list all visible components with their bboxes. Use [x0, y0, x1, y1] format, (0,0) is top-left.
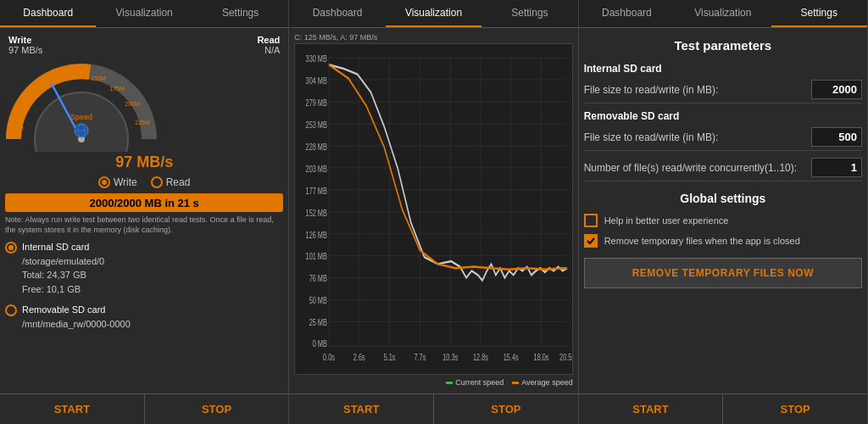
tab-settings-3[interactable]: Settings — [771, 0, 867, 27]
write-value: 97 MB/s — [8, 45, 42, 55]
tab-dashboard-2[interactable]: Dashboard — [289, 0, 385, 27]
tab-bar-2: Dashboard Visualization Settings — [289, 0, 577, 28]
concurrent-row: Number of file(s) read/write concurrentl… — [584, 158, 862, 181]
progress-bar: 2000/2000 MB in 21 s — [5, 193, 283, 212]
svg-text:304 MB: 304 MB — [306, 75, 327, 86]
checkbox-row-1[interactable]: Help in better user experience — [584, 214, 862, 227]
concurrent-label: Number of file(s) read/write concurrentl… — [584, 162, 811, 174]
svg-text:150M: 150M — [91, 75, 106, 81]
internal-filesize-row: File size to read/write (in MB): — [584, 80, 862, 103]
svg-text:50M: 50M — [18, 104, 30, 110]
tab-visualization-1[interactable]: Visualization — [96, 0, 192, 27]
svg-text:279 MB: 279 MB — [306, 97, 327, 108]
svg-text:175M: 175M — [109, 86, 125, 92]
read-label: Read — [257, 35, 280, 45]
removable-filesize-label: File size to read/write (in MB): — [584, 131, 811, 143]
global-settings-title: Global settings — [584, 192, 862, 205]
bottom-buttons-1: START STOP — [0, 393, 288, 424]
bottom-buttons-3: START STOP — [579, 393, 867, 424]
svg-text:101 MB: 101 MB — [306, 251, 327, 262]
checkbox-help[interactable] — [584, 214, 598, 227]
svg-text:75M: 75M — [31, 87, 43, 93]
storage-radio-internal[interactable] — [5, 242, 17, 254]
radio-write-circle[interactable] — [98, 176, 110, 188]
svg-text:0 MB: 0 MB — [313, 338, 327, 349]
speed-readout: 97 MB/s — [5, 153, 283, 171]
removable-filesize-input[interactable] — [811, 127, 862, 147]
svg-text:25M: 25M — [12, 126, 24, 131]
svg-text:15.4s: 15.4s — [504, 351, 519, 362]
svg-text:100M: 100M — [48, 75, 64, 81]
svg-text:177 MB: 177 MB — [306, 185, 327, 196]
removable-filesize-row: File size to read/write (in MB): — [584, 127, 862, 151]
checkmark-icon — [587, 237, 595, 244]
radio-read-circle[interactable] — [151, 176, 163, 188]
svg-text:225M: 225M — [135, 120, 150, 126]
storage-info-internal: Internal SD card /storage/emulated/0 Tot… — [22, 240, 104, 296]
write-label-block: Write 97 MB/s — [8, 35, 42, 55]
panel-settings: Dashboard Visualization Settings Test pa… — [579, 0, 868, 424]
svg-text:18.0s: 18.0s — [534, 351, 549, 362]
svg-text:126 MB: 126 MB — [306, 229, 327, 240]
svg-text:25 MB: 25 MB — [309, 317, 327, 328]
svg-text:10.3s: 10.3s — [442, 351, 458, 362]
svg-text:76 MB: 76 MB — [309, 273, 327, 284]
internal-filesize-input[interactable] — [811, 80, 862, 99]
radio-row: Write Read — [5, 176, 283, 188]
start-button-3[interactable]: START — [579, 394, 724, 424]
svg-text:12.8s: 12.8s — [473, 351, 488, 362]
tab-visualization-3[interactable]: Visualization — [675, 0, 771, 27]
svg-point-2 — [35, 92, 128, 152]
legend-current: Current speed — [446, 378, 504, 387]
stop-button-1[interactable]: STOP — [145, 394, 289, 424]
bottom-buttons-2: START STOP — [289, 393, 577, 424]
storage-info-removable: Removable SD card /mnt/media_rw/0000-000… — [22, 303, 131, 331]
radio-write[interactable]: Write — [98, 176, 137, 188]
legend-average-label: Average speed — [521, 378, 572, 387]
settings-title: Test parameters — [584, 38, 862, 53]
legend-current-label: Current speed — [455, 378, 504, 387]
panel3-content: Test parameters Internal SD card File si… — [579, 28, 867, 393]
svg-text:0.0s: 0.0s — [323, 351, 335, 362]
tab-dashboard-3[interactable]: Dashboard — [579, 0, 675, 27]
checkbox-help-label: Help in better user experience — [604, 215, 729, 226]
internal-sd-title: Internal SD card — [584, 63, 862, 75]
chart-svg: 330 MB 304 MB 279 MB 253 MB 228 MB 203 M… — [295, 44, 571, 374]
panel2-content: C: 125 MB/s, A: 97 MB/s — [289, 28, 577, 393]
tab-dashboard-1[interactable]: Dashboard — [0, 0, 96, 27]
start-button-2[interactable]: START — [289, 394, 434, 424]
svg-text:2.6s: 2.6s — [353, 351, 365, 362]
svg-text:125M: 125M — [70, 72, 85, 78]
radio-read[interactable]: Read — [151, 176, 191, 188]
panel-visualization: Dashboard Visualization Settings C: 125 … — [289, 0, 578, 424]
svg-text:228 MB: 228 MB — [306, 141, 327, 152]
checkbox-row-2[interactable]: Remove temporary files when the app is c… — [584, 234, 862, 248]
storage-item-internal[interactable]: Internal SD card /storage/emulated/0 Tot… — [5, 240, 283, 296]
tab-bar-3: Dashboard Visualization Settings — [579, 0, 867, 28]
read-value: N/A — [257, 45, 280, 55]
stop-button-2[interactable]: STOP — [434, 394, 578, 424]
note-text: Note: Always run write test between two … — [5, 215, 283, 235]
concurrent-input[interactable] — [811, 158, 862, 177]
checkbox-remove-temp[interactable] — [584, 234, 598, 248]
checkbox-remove-temp-label: Remove temporary files when the app is c… — [604, 236, 800, 246]
svg-text:330 MB: 330 MB — [306, 53, 327, 64]
svg-rect-18 — [295, 44, 571, 374]
chart-area: 330 MB 304 MB 279 MB 253 MB 228 MB 203 M… — [294, 43, 572, 375]
remove-temp-files-button[interactable]: REMOVE TEMPORARY FILES NOW — [584, 258, 862, 288]
storage-radio-removable[interactable] — [5, 304, 17, 316]
storage-item-removable[interactable]: Removable SD card /mnt/media_rw/0000-000… — [5, 303, 283, 331]
stop-button-3[interactable]: STOP — [723, 394, 867, 424]
read-label-block: Read N/A — [257, 35, 280, 55]
start-button-1[interactable]: START — [0, 394, 145, 424]
svg-text:20.5s: 20.5s — [559, 351, 571, 362]
svg-text:5.1s: 5.1s — [384, 351, 396, 362]
svg-text:253 MB: 253 MB — [306, 119, 327, 130]
svg-text:50 MB: 50 MB — [309, 295, 327, 306]
write-label: Write — [8, 35, 42, 45]
tab-settings-2[interactable]: Settings — [481, 0, 577, 27]
tab-settings-1[interactable]: Settings — [192, 0, 288, 27]
panel-dashboard: Dashboard Visualization Settings Write 9… — [0, 0, 289, 424]
tab-visualization-2[interactable]: Visualization — [386, 0, 481, 27]
chart-info: C: 125 MB/s, A: 97 MB/s — [294, 33, 572, 42]
